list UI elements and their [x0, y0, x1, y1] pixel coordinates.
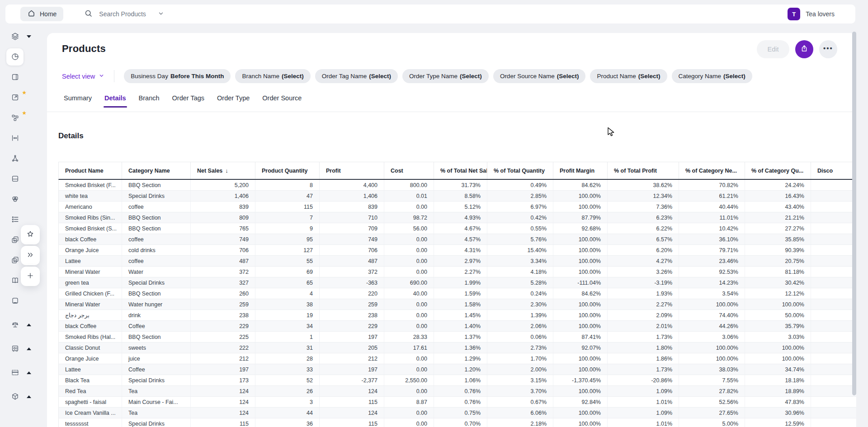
table-row[interactable]: Smoked Ribs (Sin...BBQ Section809771098.…	[58, 212, 856, 223]
table-cell: 95	[255, 234, 320, 244]
filter-chip[interactable]: Order Type Name(Select)	[402, 69, 489, 83]
sidebar-item-width[interactable]	[0, 128, 42, 148]
sidebar-item-cube[interactable]	[0, 386, 42, 407]
filter-chip[interactable]: Order Tag Name(Select)	[315, 69, 398, 83]
table-row[interactable]: Mineral WaterWater372693720.002.27%4.18%…	[58, 267, 856, 277]
table-cell: 100.00%	[553, 256, 608, 266]
sidebar-item-image-export[interactable]: ★	[0, 87, 42, 108]
table-row[interactable]: spaghetti - faisalMain Course - Fai...12…	[58, 397, 856, 408]
table-row[interactable]: Grilled Chicken (F...BBQ Section26042204…	[58, 288, 856, 299]
table-row[interactable]: Americanocoffee8391158390.005.12%6.97%10…	[58, 202, 856, 212]
filter-chip[interactable]: Business DayBefore This Month	[124, 69, 231, 83]
sidebar-item-venn[interactable]	[0, 189, 42, 209]
table-cell: green tea	[59, 277, 122, 288]
sidebar-item-molecule[interactable]	[0, 148, 42, 169]
table-cell: Tea	[122, 386, 191, 396]
table-row[interactable]: green teaSpecial Drinks32765-363690.001.…	[58, 277, 856, 288]
tab-summary[interactable]: Summary	[64, 94, 92, 108]
table-cell: BBQ Section	[122, 223, 191, 234]
table-row[interactable]: Smoked Ribs (Hal...BBQ Section225119728.…	[58, 332, 856, 343]
table-cell: 706	[191, 245, 255, 255]
double-chevron-right-button[interactable]	[21, 246, 40, 265]
sidebar-item-scale[interactable]	[0, 314, 42, 335]
sidebar-item-safe[interactable]	[0, 338, 42, 359]
table-cell: Smoked Brisket (S...	[59, 223, 122, 234]
filter-chip[interactable]: Order Source Name(Select)	[493, 69, 586, 83]
scrollbar-thumb[interactable]	[852, 32, 856, 395]
sidebar-item-layers[interactable]	[0, 26, 42, 47]
column-header[interactable]: Product Name	[59, 162, 122, 179]
column-header[interactable]: Disco	[811, 162, 856, 179]
table-row[interactable]: برجر دجاجdrink238192380.001.45%1.39%100.…	[58, 310, 856, 321]
sidebar-item-pie-chart[interactable]	[0, 47, 42, 67]
plus-button[interactable]	[21, 267, 40, 286]
table-row[interactable]: Smoked Brisket (S...BBQ Section765970956…	[58, 223, 856, 234]
rows-icon	[6, 170, 24, 188]
column-header[interactable]: % of Category Qu...	[745, 162, 811, 179]
table-row[interactable]: tesssssstSpecial Drinks115361150.000.70%…	[58, 418, 856, 427]
sidebar-item-rows[interactable]	[0, 169, 42, 189]
table-cell: 115	[255, 202, 320, 212]
tab-order-source[interactable]: Order Source	[262, 94, 302, 108]
tab-details[interactable]: Details	[104, 94, 126, 108]
user-menu[interactable]: T Tea lovers	[788, 8, 835, 20]
star-button[interactable]	[21, 225, 40, 244]
sidebar-item-flow[interactable]: ★	[0, 108, 42, 128]
table-cell: 8.87	[384, 397, 434, 407]
select-view-dropdown[interactable]: Select view	[62, 73, 104, 80]
table-cell: 173	[191, 375, 255, 385]
table-cell: 0.70%	[434, 418, 487, 427]
home-button[interactable]: Home	[20, 7, 63, 21]
table-cell: 3	[255, 397, 320, 407]
table-row[interactable]: Mineral WaterWater hunger259382590.001.5…	[58, 299, 856, 310]
filter-chip[interactable]: Branch Name(Select)	[235, 69, 310, 83]
column-header[interactable]: Profit	[320, 162, 384, 179]
sidebar-item-square[interactable]	[0, 291, 42, 311]
share-button[interactable]	[795, 40, 813, 58]
tab-order-tags[interactable]: Order Tags	[172, 94, 204, 108]
column-header[interactable]: Product Quantity	[255, 162, 320, 179]
column-header[interactable]: Profit Margin	[553, 162, 608, 179]
avatar: T	[788, 8, 800, 20]
table-cell: Mineral Water	[59, 299, 122, 310]
column-header[interactable]: % of Total Profit	[608, 162, 679, 179]
tab-branch[interactable]: Branch	[139, 94, 160, 108]
edit-button[interactable]: Edit	[757, 40, 789, 58]
sidebar-item-panel[interactable]	[0, 67, 42, 87]
column-header[interactable]: % of Total Quantity	[487, 162, 553, 179]
search-box[interactable]: Search Products	[84, 9, 164, 19]
table-row[interactable]: black Coffeecoffee749957490.004.57%5.76%…	[58, 234, 856, 245]
table-cell: 100.00%	[553, 267, 608, 277]
table-row[interactable]: Ice Cream Vanilla ...Tea124441240.000.75…	[58, 408, 856, 418]
width-icon	[6, 130, 24, 147]
table-row[interactable]: Classic Donutsweets2223120517.611.36%2.7…	[58, 343, 856, 353]
table-row[interactable]: Red TeaTea124261240.000.76%3.70%100.00%1…	[58, 386, 856, 397]
table-cell: 3.34%	[487, 256, 553, 266]
table-row[interactable]: white teaSpecial Drinks1,406471,4060.018…	[58, 191, 856, 202]
table-row[interactable]: black CoffeeCoffee229342290.001.40%2.06%…	[58, 321, 856, 332]
column-header[interactable]: Cost	[384, 162, 434, 179]
more-button[interactable]: •••	[819, 40, 837, 58]
column-header[interactable]: % of Total Net Sal...	[434, 162, 487, 179]
table-row[interactable]: Orange Juicejuice212282120.001.29%1.70%1…	[58, 353, 856, 364]
table-cell: 2.00%	[487, 364, 553, 375]
table-cell: 87.41%	[553, 332, 608, 342]
filter-row: Select view Business DayBefore This Mont…	[62, 69, 752, 83]
table-cell	[811, 418, 856, 427]
table-cell: 197	[320, 332, 384, 342]
tab-order-type[interactable]: Order Type	[217, 94, 250, 108]
table-cell: 90.39%	[745, 245, 811, 255]
filter-chip[interactable]: Product Name(Select)	[590, 69, 667, 83]
table-cell: 65	[255, 277, 320, 288]
table-row[interactable]: Black TeaSpecial Drinks17352-2,3772,550.…	[58, 375, 856, 386]
sidebar-item-grid[interactable]	[0, 362, 42, 383]
table-row[interactable]: LatteeCoffee197331970.001.20%2.00%100.00…	[58, 364, 856, 375]
filter-chip[interactable]: Category Name(Select)	[672, 69, 752, 83]
table-row[interactable]: Orange Juicecold drinks7061277060.004.31…	[58, 245, 856, 256]
column-header[interactable]: % of Category Ne...	[679, 162, 745, 179]
column-header[interactable]: Category Name	[122, 162, 191, 179]
table-row[interactable]: Latteecoffee487554870.002.97%3.34%100.00…	[58, 256, 856, 267]
column-header[interactable]: Net Sales↓	[191, 162, 255, 179]
table-row[interactable]: Smoked Brisket (F...BBQ Section5,20084,4…	[58, 180, 856, 191]
table-cell: 1.06%	[434, 375, 487, 385]
